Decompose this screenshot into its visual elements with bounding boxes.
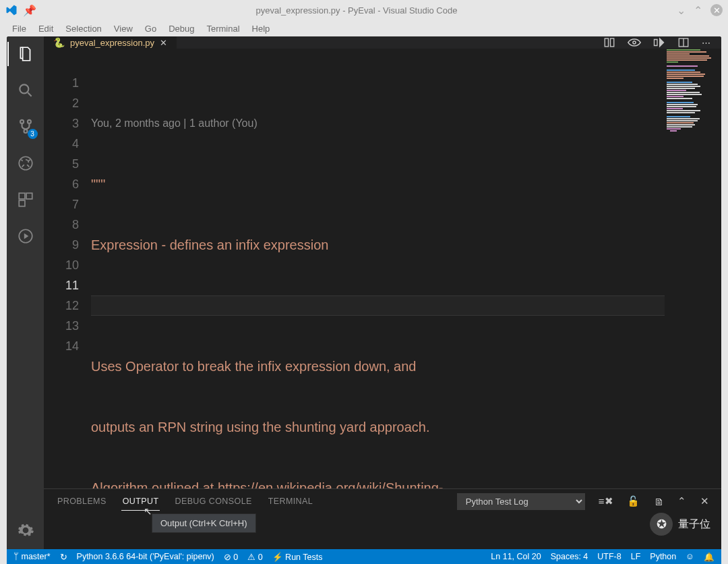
status-branch[interactable]: ᛘ master* [13,552,51,561]
status-sync-icon[interactable]: ↻ [60,552,67,562]
maximize-icon[interactable]: ⌃ [694,4,702,17]
search-icon[interactable] [16,81,35,100]
settings-gear-icon[interactable] [16,521,35,540]
svg-rect-5 [19,193,25,199]
panel-close-icon[interactable]: ✕ [700,495,709,507]
status-python[interactable]: Python 3.6.6 64-bit ('PyEval': pipenv) [77,552,214,561]
lock-scroll-icon[interactable]: 🔓 [627,495,640,507]
toggle-blame-icon[interactable] [628,38,641,47]
activity-bar: 3 [7,36,44,549]
svg-point-11 [633,41,636,44]
svg-point-1 [20,120,24,123]
open-log-icon[interactable]: 🗎 [654,496,664,507]
svg-point-4 [19,157,32,170]
editor-body[interactable]: 1 2 3 4 5 6 7 8 9 10 11 12 13 14 You, 2 … [44,49,721,488]
more-actions-icon[interactable]: ⋯ [702,38,710,48]
svg-rect-7 [19,200,25,206]
tab-pyeval-expression[interactable]: 🐍 pyeval_expression.py ✕ [44,36,177,49]
svg-point-3 [24,130,27,133]
window-title: pyeval_expression.py - PyEval - Visual S… [36,5,677,16]
scm-badge: 3 [28,129,38,139]
status-bar: ᛘ master* ↻ Python 3.6.6 64-bit ('PyEval… [7,549,721,564]
menu-selection[interactable]: Selection [65,24,101,34]
menu-go[interactable]: Go [145,24,156,34]
output-channel-select[interactable]: Python Test Log [457,493,585,510]
svg-point-2 [27,120,30,123]
menu-help[interactable]: Help [252,24,270,34]
status-feedback-icon[interactable]: ☺ [686,552,694,561]
tab-filename: pyeval_expression.py [70,38,154,48]
code-content[interactable]: You, 2 months ago | 1 author (You) """ E… [91,49,721,488]
split-editor-icon[interactable] [653,36,665,49]
vscode-logo-icon [5,4,18,16]
compare-changes-icon[interactable] [603,36,615,49]
menu-bar: File Edit Selection View Go Debug Termin… [0,20,728,36]
status-eol[interactable]: LF [631,552,641,561]
svg-rect-9 [605,38,608,47]
minimize-icon[interactable]: ⌄ [677,4,686,17]
status-run-tests[interactable]: ⚡ Run Tests [272,552,323,562]
status-language[interactable]: Python [650,552,676,561]
close-icon[interactable]: ✕ [710,4,723,16]
status-bell-icon[interactable]: 🔔 [704,552,715,562]
editor-tabs: 🐍 pyeval_expression.py ✕ ⋯ [44,36,721,49]
menu-file[interactable]: File [12,24,26,34]
status-spaces[interactable]: Spaces: 4 [551,552,588,561]
python-file-icon: 🐍 [53,37,65,48]
svg-point-0 [20,84,28,93]
watermark-text: 量子位 [678,517,710,532]
extensions-icon[interactable] [16,190,35,209]
menu-debug[interactable]: Debug [169,24,194,34]
explorer-icon[interactable] [16,45,35,63]
watermark-icon: ✪ [650,513,673,536]
test-icon[interactable] [16,227,35,246]
menu-edit[interactable]: Edit [38,24,53,34]
panel-tab-terminal[interactable]: TERMINAL [267,492,314,510]
status-errors[interactable]: ⊘ 0 [224,552,238,562]
status-encoding[interactable]: UTF-8 [597,552,621,561]
app-frame: 3 🐍 pyeval_expression.py ✕ [7,36,721,549]
watermark: ✪ 量子位 [650,513,710,536]
menu-terminal[interactable]: Terminal [206,24,239,34]
svg-rect-6 [26,193,32,199]
svg-rect-10 [611,38,614,47]
cursor-icon: ↖ [144,505,152,517]
editor-group: 🐍 pyeval_expression.py ✕ ⋯ 1 2 3 4 5 6 [44,36,721,549]
panel-maximize-icon[interactable]: ⌃ [677,495,686,507]
split-right-icon[interactable] [677,36,690,49]
status-lncol[interactable]: Ln 11, Col 20 [491,552,541,561]
output-tooltip: Output (Ctrl+K Ctrl+H) [152,513,256,533]
window-titlebar: 📌 pyeval_expression.py - PyEval - Visual… [0,0,728,20]
source-control-icon[interactable]: 3 [16,117,35,136]
clear-output-icon[interactable]: ≡✖ [599,495,614,507]
panel-tab-output[interactable]: OUTPUT [121,492,160,511]
panel-tab-problems[interactable]: PROBLEMS [56,492,108,510]
menu-view[interactable]: View [114,24,133,34]
bottom-panel: PROBLEMS OUTPUT DEBUG CONSOLE TERMINAL P… [44,488,721,549]
status-warnings[interactable]: ⚠ 0 [247,552,262,562]
tab-close-icon[interactable]: ✕ [160,38,167,48]
debug-icon[interactable] [16,154,35,173]
codelens-1[interactable]: You, 2 months ago | 1 author (You) [91,113,721,134]
panel-tab-debug-console[interactable]: DEBUG CONSOLE [173,492,253,510]
line-gutter: 1 2 3 4 5 6 7 8 9 10 11 12 13 14 [44,49,91,488]
pin-icon[interactable]: 📌 [23,4,36,17]
minimap[interactable] [665,49,721,488]
